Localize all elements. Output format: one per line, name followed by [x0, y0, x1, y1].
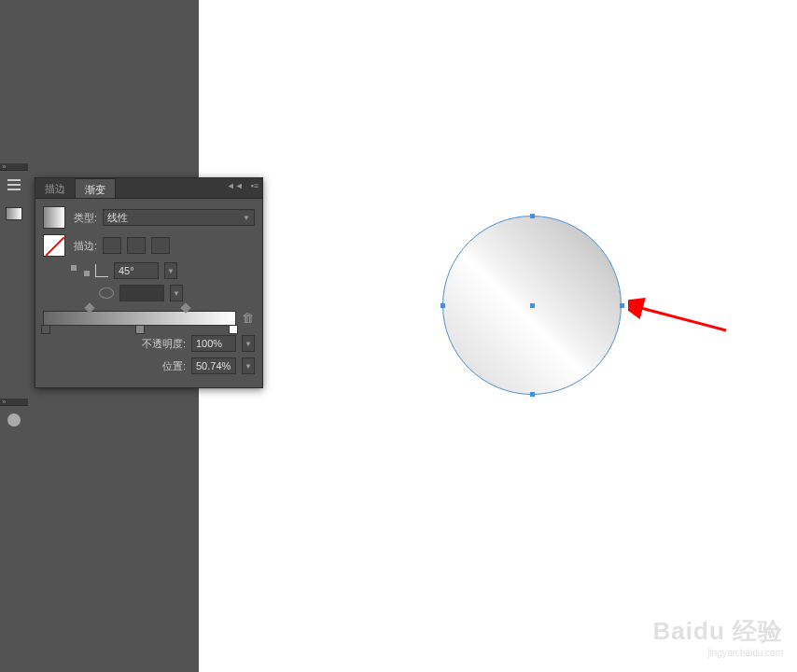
gradient-midpoint-1[interactable] [84, 302, 94, 313]
panel-nav-icon[interactable]: ◄◄ [227, 181, 244, 190]
gradient-swatch-icon[interactable] [3, 199, 25, 221]
reverse-gradient-icon[interactable] [71, 265, 90, 276]
angle-value: 45° [119, 265, 134, 276]
type-dropdown[interactable]: 线性 [103, 209, 255, 226]
gradient-stop-end[interactable] [229, 325, 238, 334]
row-stroke: 描边: [43, 234, 255, 257]
ratio-input[interactable] [119, 285, 164, 301]
location-value: 50.74% [196, 360, 231, 371]
hamburger-icon [7, 179, 21, 190]
row-ratio: ▼ [43, 285, 255, 301]
stroke-style-2[interactable] [127, 237, 146, 254]
fill-stroke-swatch[interactable] [43, 234, 65, 257]
selection-handle-center[interactable] [530, 303, 535, 308]
panel-menu-icon[interactable] [3, 174, 25, 196]
panel-body: 类型: 线性 描边: 45° ▼ [35, 199, 262, 387]
watermark-main: Baidu 经验 [653, 615, 783, 648]
opacity-dropdown-btn[interactable]: ▼ [242, 335, 255, 352]
dock-collapse-bottom[interactable]: » [0, 399, 28, 406]
selection-handle-bottom[interactable] [530, 392, 535, 397]
tab-stroke[interactable]: 描边 [35, 178, 76, 198]
gradient-slider-container: 🗑 [43, 311, 255, 326]
location-dropdown-btn[interactable]: ▼ [242, 357, 255, 374]
watermark-sub: jingyan.baidu.com [653, 648, 783, 658]
angle-dropdown-btn[interactable]: ▼ [164, 262, 177, 279]
angle-icon [95, 264, 108, 277]
gradient-midpoint-2[interactable] [180, 302, 190, 313]
selection-handle-top[interactable] [530, 214, 535, 218]
circle-icon [7, 413, 21, 427]
watermark: Baidu 经验 jingyan.baidu.com [653, 615, 783, 658]
stroke-style-1[interactable] [103, 237, 121, 254]
row-opacity: 不透明度: 100% ▼ [43, 335, 255, 352]
gradient-stop-start[interactable] [41, 325, 50, 334]
ratio-dropdown-btn[interactable]: ▼ [170, 285, 183, 301]
stroke-style-3[interactable] [151, 237, 170, 254]
aspect-ratio-icon [99, 287, 114, 299]
dock-strip-bottom: » [0, 399, 28, 445]
panel-tabs: 描边 渐变 ◄◄ ▪≡ [35, 178, 262, 199]
location-label: 位置: [43, 359, 186, 373]
stroke-label: 描边: [71, 239, 97, 253]
dock-collapse-top[interactable]: » [0, 163, 28, 171]
opacity-input[interactable]: 100% [191, 335, 236, 352]
collapse-icon: » [2, 398, 6, 406]
dock-strip-top: » [0, 163, 28, 210]
angle-input[interactable]: 45° [114, 262, 159, 279]
appearance-icon[interactable] [3, 409, 25, 431]
selection-handle-left[interactable] [440, 303, 445, 308]
opacity-label: 不透明度: [43, 337, 186, 351]
selection-handle-right[interactable] [620, 303, 624, 308]
gradient-panel: 描边 渐变 ◄◄ ▪≡ 类型: 线性 描边: [35, 177, 263, 388]
arrow-annotation [628, 293, 731, 340]
gradient-preview-icon [6, 207, 22, 220]
type-value: 线性 [107, 211, 128, 225]
row-type: 类型: 线性 [43, 206, 255, 229]
panel-menu-icon[interactable]: ▪≡ [251, 181, 259, 190]
svg-line-1 [637, 307, 726, 330]
location-input[interactable]: 50.74% [191, 357, 236, 374]
tab-gradient[interactable]: 渐变 [76, 178, 116, 198]
delete-stop-icon[interactable]: 🗑 [242, 311, 255, 326]
row-location: 位置: 50.74% ▼ [43, 357, 255, 374]
row-angle: 45° ▼ [43, 262, 255, 279]
collapse-icon: » [2, 162, 6, 171]
panel-controls: ◄◄ ▪≡ [227, 181, 259, 190]
type-label: 类型: [71, 211, 97, 225]
opacity-value: 100% [196, 338, 222, 349]
gradient-stop-mid[interactable] [135, 325, 145, 334]
gradient-bar[interactable] [43, 311, 236, 326]
canvas-area[interactable]: Baidu 经验 jingyan.baidu.com [199, 0, 797, 672]
gradient-preview-swatch[interactable] [43, 206, 65, 229]
